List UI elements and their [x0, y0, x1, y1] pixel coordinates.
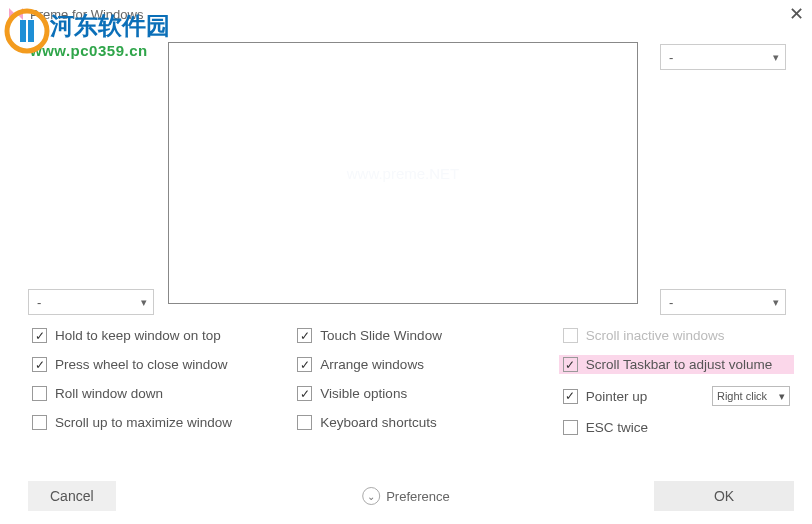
- option-checkbox[interactable]: ✓Pointer upRight click▾: [559, 384, 794, 408]
- option-label: Roll window down: [55, 386, 163, 401]
- preference-toggle[interactable]: ⌄ Preference: [362, 487, 450, 505]
- checkbox-icon: ✓: [297, 357, 312, 372]
- option-checkbox[interactable]: ✓Arrange windows: [293, 355, 528, 374]
- checkbox-icon: ✓: [297, 328, 312, 343]
- option-label: Pointer up: [586, 389, 648, 404]
- option-label: Hold to keep window on top: [55, 328, 221, 343]
- options-grid: ✓Hold to keep window on top✓Press wheel …: [28, 326, 794, 437]
- chevron-down-icon: ▾: [773, 51, 779, 64]
- chevron-down-icon: ⌄: [362, 487, 380, 505]
- window-title: Preme for Windows: [30, 7, 143, 22]
- preview-placeholder: www.preme.NET: [347, 165, 460, 182]
- selector-left[interactable]: - ▾: [28, 289, 154, 315]
- option-checkbox[interactable]: ✓Visible options: [293, 384, 528, 403]
- checkbox-icon: ✓: [297, 386, 312, 401]
- selector-top-right[interactable]: - ▾: [660, 44, 786, 70]
- chevron-down-icon: ▾: [779, 390, 785, 403]
- option-checkbox[interactable]: ✓Press wheel to close window: [28, 355, 263, 374]
- inline-select-value: Right click: [717, 390, 767, 402]
- selector-bottom-right[interactable]: - ▾: [660, 289, 786, 315]
- checkbox-icon: [297, 415, 312, 430]
- option-checkbox[interactable]: Scroll up to maximize window: [28, 413, 263, 432]
- preference-label: Preference: [386, 489, 450, 504]
- option-label: Visible options: [320, 386, 407, 401]
- option-label: Press wheel to close window: [55, 357, 228, 372]
- options-column-1: ✓Hold to keep window on top✓Press wheel …: [28, 326, 263, 437]
- option-label: Scroll up to maximize window: [55, 415, 232, 430]
- selector-top-right-value: -: [669, 50, 673, 65]
- selector-left-value: -: [37, 295, 41, 310]
- checkbox-icon: ✓: [563, 357, 578, 372]
- chevron-down-icon: ▾: [141, 296, 147, 309]
- option-label: Keyboard shortcuts: [320, 415, 436, 430]
- checkbox-icon: [32, 386, 47, 401]
- ok-button[interactable]: OK: [654, 481, 794, 511]
- checkbox-icon: [563, 328, 578, 343]
- option-label: Touch Slide Window: [320, 328, 442, 343]
- option-label: Arrange windows: [320, 357, 424, 372]
- bottom-bar: Cancel ⌄ Preference OK: [0, 478, 812, 514]
- option-checkbox[interactable]: ✓Scroll Taskbar to adjust volume: [559, 355, 794, 374]
- cancel-button[interactable]: Cancel: [28, 481, 116, 511]
- options-column-2: ✓Touch Slide Window✓Arrange windows✓Visi…: [293, 326, 528, 437]
- option-checkbox[interactable]: ✓Hold to keep window on top: [28, 326, 263, 345]
- option-label: Scroll Taskbar to adjust volume: [586, 357, 773, 372]
- preview-area: www.preme.NET: [168, 42, 638, 304]
- option-label: ESC twice: [586, 420, 648, 435]
- checkbox-icon: ✓: [32, 357, 47, 372]
- chevron-down-icon: ▾: [773, 296, 779, 309]
- checkbox-icon: [563, 420, 578, 435]
- option-checkbox[interactable]: ESC twice: [559, 418, 794, 437]
- option-label: Scroll inactive windows: [586, 328, 725, 343]
- option-checkbox[interactable]: ✓Touch Slide Window: [293, 326, 528, 345]
- pointer-up-select[interactable]: Right click▾: [712, 386, 790, 406]
- selector-bottom-right-value: -: [669, 295, 673, 310]
- checkbox-icon: ✓: [32, 328, 47, 343]
- app-icon: [8, 6, 24, 22]
- checkbox-icon: [32, 415, 47, 430]
- checkbox-icon: ✓: [563, 389, 578, 404]
- option-checkbox[interactable]: Keyboard shortcuts: [293, 413, 528, 432]
- options-column-3: Scroll inactive windows✓Scroll Taskbar t…: [559, 326, 794, 437]
- option-checkbox[interactable]: Roll window down: [28, 384, 263, 403]
- close-icon[interactable]: ✕: [786, 4, 806, 24]
- titlebar: Preme for Windows ✕: [0, 0, 812, 28]
- watermark-url: www.pc0359.cn: [30, 42, 170, 59]
- option-checkbox: Scroll inactive windows: [559, 326, 794, 345]
